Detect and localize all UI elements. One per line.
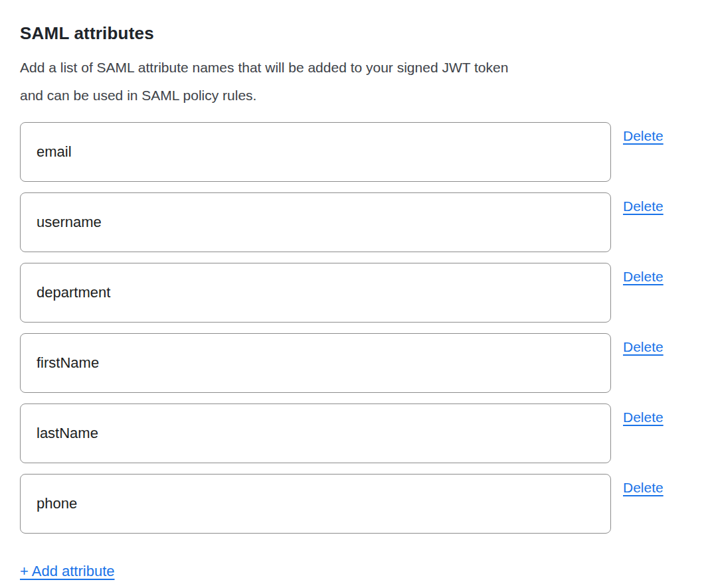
- attribute-row: Delete: [20, 404, 688, 463]
- section-description-line-1: Add a list of SAML attribute names that …: [20, 60, 508, 75]
- attribute-list: Delete Delete Delete Delete Delete Delet…: [20, 122, 688, 534]
- section-description-line-2: and can be used in SAML policy rules.: [20, 88, 256, 103]
- attribute-row: Delete: [20, 263, 688, 323]
- attribute-row: Delete: [20, 122, 688, 182]
- attribute-input-phone[interactable]: [20, 474, 611, 534]
- attribute-input-lastname[interactable]: [20, 404, 611, 463]
- attribute-row: Delete: [20, 333, 688, 393]
- attribute-input-username[interactable]: [20, 192, 611, 252]
- delete-link[interactable]: Delete: [623, 198, 664, 215]
- delete-link[interactable]: Delete: [623, 127, 664, 145]
- saml-attributes-section: SAML attributes Add a list of SAML attri…: [0, 0, 708, 588]
- delete-link[interactable]: Delete: [623, 479, 664, 496]
- attribute-row: Delete: [20, 474, 688, 534]
- section-title: SAML attributes: [20, 23, 688, 44]
- attribute-input-firstname[interactable]: [20, 333, 611, 393]
- attribute-input-department[interactable]: [20, 263, 611, 323]
- attribute-row: Delete: [20, 192, 688, 252]
- section-description: Add a list of SAML attribute names that …: [20, 54, 688, 110]
- add-attribute-link[interactable]: + Add attribute: [20, 562, 115, 580]
- delete-link[interactable]: Delete: [623, 338, 664, 356]
- delete-link[interactable]: Delete: [623, 268, 664, 285]
- delete-link[interactable]: Delete: [623, 409, 664, 426]
- attribute-input-email[interactable]: [20, 122, 611, 182]
